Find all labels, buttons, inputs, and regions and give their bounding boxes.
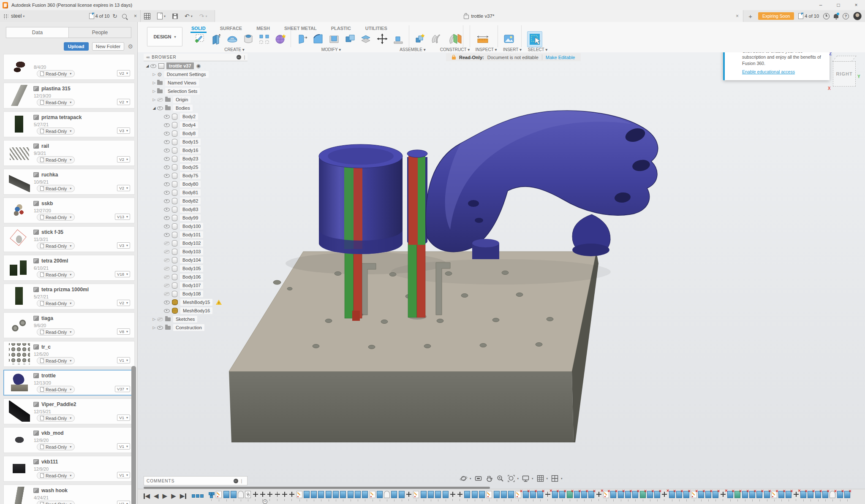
- timeline-position-marker[interactable]: +: [263, 499, 267, 504]
- item-readonly-dropdown[interactable]: Read-Only▾: [37, 214, 75, 221]
- visibility-eye-icon[interactable]: [164, 284, 170, 287]
- visibility-eye-icon[interactable]: [164, 309, 170, 313]
- group-label-assemble[interactable]: ASSEMBLE ▾: [400, 47, 426, 52]
- browser-node-body106[interactable]: Body106: [144, 273, 270, 281]
- fit-icon[interactable]: ▾: [507, 474, 519, 482]
- timeline-feature-extrude-suppressed[interactable]: [844, 491, 850, 498]
- timeline-feature-extrude-suppressed[interactable]: [654, 491, 660, 498]
- timeline-feature-sketch[interactable]: [296, 491, 302, 498]
- timeline-feature-extrude[interactable]: [472, 491, 478, 498]
- timeline-feature-move-suppressed[interactable]: [793, 491, 799, 498]
- browser-node-origin[interactable]: ▷Origin: [144, 95, 270, 104]
- timeline-feature-extrude-suppressed[interactable]: [815, 491, 821, 498]
- visibility-eye-icon[interactable]: [164, 157, 170, 161]
- timeline-feature-extrude-suppressed[interactable]: [749, 491, 755, 498]
- browser-node-label[interactable]: Body102: [180, 240, 203, 247]
- browser-node-meshbody15[interactable]: MeshBody15!: [144, 298, 270, 306]
- timeline-feature-extrude[interactable]: [311, 491, 317, 498]
- browser-node-label[interactable]: Selection Sets: [165, 88, 200, 95]
- visibility-eye-icon[interactable]: [157, 326, 163, 330]
- move-copy-icon[interactable]: [375, 31, 389, 46]
- visibility-eye-icon[interactable]: [150, 64, 156, 68]
- timeline-feature-extrude-suppressed[interactable]: [713, 491, 718, 498]
- browser-node-body16[interactable]: Body16: [144, 146, 270, 154]
- group-label-create[interactable]: CREATE ▾: [224, 47, 245, 52]
- timeline-feature-mesh-suppressed[interactable]: [734, 491, 740, 498]
- redo-button[interactable]: ↷ ▾: [199, 13, 207, 19]
- item-version-badge[interactable]: V13▾: [115, 214, 130, 220]
- data-panel-item[interactable]: tetra 200ml6/10/21Read-Only▾V18▾: [3, 255, 135, 281]
- job-status-right[interactable]: 4 of 10: [798, 13, 819, 19]
- browser-node-label[interactable]: MeshBody16: [180, 307, 212, 314]
- timeline-feature-extrude-suppressed[interactable]: [727, 491, 733, 498]
- timeline-feature-extrude-suppressed[interactable]: [581, 491, 587, 498]
- item-version-badge[interactable]: V2▾: [117, 501, 130, 504]
- drum-body[interactable]: [319, 144, 403, 254]
- close-button[interactable]: ×: [847, 0, 865, 10]
- zoom-icon[interactable]: [496, 474, 504, 482]
- item-version-badge[interactable]: V2▾: [117, 156, 130, 163]
- user-avatar[interactable]: [853, 12, 862, 20]
- item-readonly-dropdown[interactable]: Read-Only▾: [37, 271, 75, 278]
- timeline-feature-sketch[interactable]: [486, 491, 492, 498]
- timeline-feature-move[interactable]: [260, 491, 266, 498]
- create-sketch-icon[interactable]: [193, 31, 207, 46]
- browser-node-body8[interactable]: Body8: [144, 129, 270, 138]
- close-panel-icon[interactable]: ×: [134, 13, 137, 19]
- step-forward-button[interactable]: ▶: [171, 492, 176, 500]
- timeline-feature-extrude[interactable]: [318, 491, 324, 498]
- timeline-feature-extrude[interactable]: [494, 491, 500, 498]
- timeline-feature-extrude[interactable]: [508, 491, 514, 498]
- group-label-modify[interactable]: MODIFY ▾: [321, 47, 341, 52]
- browser-node-label[interactable]: Body25: [180, 164, 201, 171]
- timeline-feature-extrude-suppressed[interactable]: [632, 491, 638, 498]
- timeline-feature-extrude-suppressed[interactable]: [552, 491, 558, 498]
- timeline-feature-sketch-suppressed[interactable]: [515, 491, 521, 498]
- timeline-feature-sketch[interactable]: [370, 491, 375, 498]
- upload-button[interactable]: Upload: [64, 42, 89, 51]
- data-panel-item[interactable]: tiaga9/6/20Read-Only▾V8▾: [3, 312, 135, 338]
- browser-node-label[interactable]: Body23: [180, 155, 201, 162]
- visibility-eye-icon[interactable]: [164, 250, 170, 254]
- browser-node-trottle-v37[interactable]: ◢trottle v37◉: [144, 62, 270, 70]
- timeline-feature-mesh-suppressed[interactable]: [640, 491, 646, 498]
- data-panel-item[interactable]: 8/4/20Read-Only▾V2▾: [3, 54, 135, 80]
- browser-node-body4[interactable]: Body4: [144, 121, 270, 129]
- insert-image-icon[interactable]: [502, 31, 516, 46]
- browser-node-label[interactable]: Body107: [180, 282, 203, 289]
- data-panel-item[interactable]: Viper_Paddle212/15/21Read-Only▾V1▾: [3, 398, 135, 424]
- visibility-eye-icon[interactable]: [157, 317, 163, 321]
- timeline-feature-extrude-suppressed[interactable]: [523, 491, 529, 498]
- browser-node-body23[interactable]: Body23: [144, 154, 270, 163]
- item-version-badge[interactable]: V1▾: [117, 443, 130, 450]
- refresh-icon[interactable]: ↻: [112, 13, 117, 19]
- browser-node-label[interactable]: Body101: [180, 231, 203, 238]
- maximize-button[interactable]: □: [830, 0, 847, 10]
- timeline-feature-extrude[interactable]: [223, 491, 229, 498]
- item-readonly-dropdown[interactable]: Read-Only▾: [37, 328, 75, 336]
- visibility-eye-icon[interactable]: [164, 258, 170, 262]
- data-panel-item[interactable]: vkb_mod12/9/20Read-Only▾V1▾: [3, 427, 135, 453]
- browser-node-body101[interactable]: Body101: [144, 230, 270, 239]
- minimize-panel-icon[interactable]: –: [237, 55, 241, 60]
- browser-node-body108[interactable]: Body108: [144, 290, 270, 298]
- data-panel-scrollbar[interactable]: [131, 366, 136, 504]
- show-data-panel-icon[interactable]: [144, 13, 150, 19]
- document-tab-close-icon[interactable]: ×: [736, 13, 739, 19]
- timeline-feature-move[interactable]: [406, 491, 412, 498]
- shell-icon[interactable]: [327, 31, 341, 46]
- timeline-feature-sketch-suppressed[interactable]: [691, 491, 697, 498]
- browser-node-label[interactable]: Body8: [180, 130, 198, 137]
- group-label-select[interactable]: SELECT ▾: [528, 47, 548, 52]
- timeline-feature-form-suppressed[interactable]: [830, 491, 835, 498]
- go-to-end-button[interactable]: ▶: [180, 492, 186, 500]
- timeline-feature-extrude-suppressed[interactable]: [822, 491, 828, 498]
- construct-plane-icon[interactable]: [450, 31, 465, 46]
- browser-node-body80[interactable]: Body80: [144, 180, 270, 188]
- timeline-feature-extrude[interactable]: [231, 491, 237, 498]
- item-readonly-dropdown[interactable]: Read-Only▾: [37, 99, 75, 106]
- visibility-eye-icon[interactable]: [157, 106, 163, 110]
- browser-node-label[interactable]: Body99: [180, 214, 201, 221]
- item-version-badge[interactable]: V18▾: [115, 271, 130, 277]
- item-readonly-dropdown[interactable]: Read-Only▾: [37, 127, 75, 135]
